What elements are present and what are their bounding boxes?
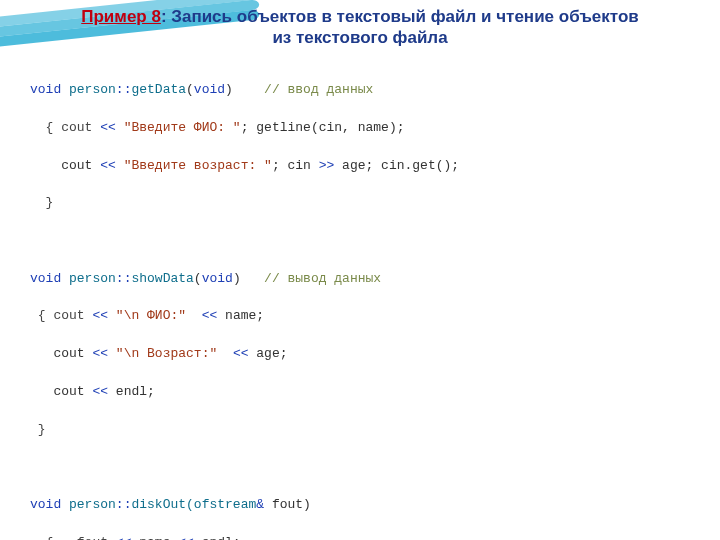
- code-line: { cout << "Введите ФИО: "; getline(cin, …: [30, 119, 702, 138]
- code-line: cout << "\n Возраст:" << age;: [30, 345, 702, 364]
- code-line: { cout << "\n ФИО:" << name;: [30, 307, 702, 326]
- slide-title: Пример 8: Запись объектов в текстовый фа…: [0, 0, 720, 49]
- slide: Пример 8: Запись объектов в текстовый фа…: [0, 0, 720, 540]
- code-line: void person::diskOut(ofstream& fout): [30, 496, 702, 515]
- title-line1: Запись объектов в текстовый файл и чтени…: [171, 7, 638, 26]
- code-line: cout << "Введите возраст: "; cin >> age;…: [30, 157, 702, 176]
- code-line: void person::getData(void) // ввод данны…: [30, 81, 702, 100]
- code-line: [30, 232, 702, 251]
- code-block: void person::getData(void) // ввод данны…: [30, 63, 702, 541]
- code-line: cout << endl;: [30, 383, 702, 402]
- code-line: }: [30, 194, 702, 213]
- code-line: }: [30, 421, 702, 440]
- code-line: { fout << name << endl;: [30, 534, 702, 540]
- title-sep: :: [161, 7, 171, 26]
- code-line: [30, 458, 702, 477]
- title-line2: из текстового файла: [272, 28, 447, 47]
- code-line: void person::showData(void) // вывод дан…: [30, 270, 702, 289]
- title-prefix: Пример 8: [81, 7, 161, 26]
